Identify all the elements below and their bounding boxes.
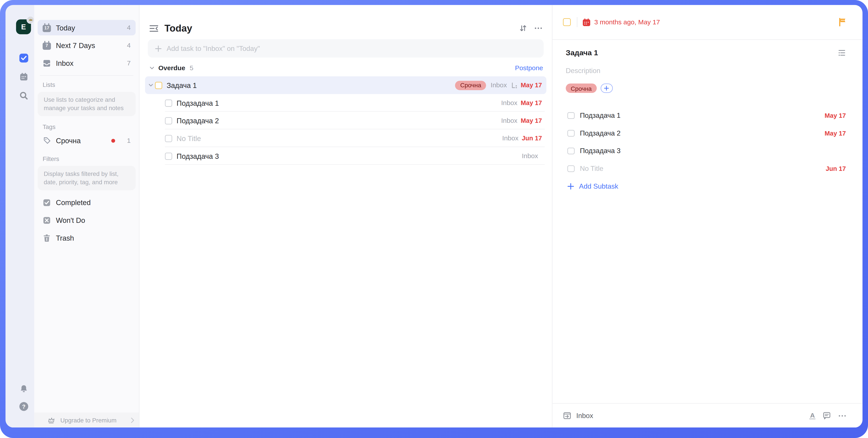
sidebar-item-trash[interactable]: Trash	[38, 230, 136, 246]
next7days-calendar-icon: 7	[42, 41, 51, 49]
subtasks-tree-icon	[510, 81, 518, 89]
collapse-sidebar-icon[interactable]	[150, 24, 158, 32]
sort-icon[interactable]	[519, 24, 527, 32]
main-header: Today	[148, 19, 544, 37]
tag-icon	[42, 136, 51, 145]
sidebar-item-wont-do[interactable]: Won't Do	[38, 212, 136, 228]
task-detail-panel: 3 months ago, May 17 Задача 1 Descriptio…	[552, 5, 863, 428]
task-title: Подзадача 3	[177, 152, 219, 160]
sidebar-item-label: Inbox	[56, 59, 73, 67]
detail-body: Задача 1 Description Срочна Подзадача 1 …	[552, 49, 862, 195]
screen: E 17 Today 4	[0, 0, 868, 438]
upgrade-label: Upgrade to Premium	[60, 417, 117, 423]
sidebar-item-today[interactable]: 17 Today 4	[38, 20, 136, 36]
letter-a-icon[interactable]	[809, 412, 815, 419]
due-date-calendar-icon[interactable]	[582, 18, 590, 26]
subtask-date: May 17	[825, 112, 846, 119]
completed-check-icon	[42, 198, 51, 207]
calendar-nav-icon[interactable]	[19, 72, 28, 81]
subtask-checkbox[interactable]	[567, 112, 575, 119]
sidebar-item-label: Today	[56, 24, 75, 32]
group-count: 5	[190, 64, 193, 72]
overdue-group-header[interactable]: Overdue 5 Postpone	[148, 63, 544, 73]
more-options-icon[interactable]	[534, 24, 542, 32]
page-title: Today	[164, 22, 192, 34]
due-date-text[interactable]: 3 months ago, May 17	[594, 18, 660, 26]
task-list-name: Inbox	[501, 99, 517, 107]
move-to-list-icon[interactable]	[563, 411, 571, 420]
more-options-icon[interactable]	[838, 412, 846, 419]
task-list-name: Inbox	[522, 152, 538, 160]
add-subtask-label: Add Subtask	[579, 182, 618, 190]
subtask-checkbox[interactable]	[567, 147, 575, 155]
sidebar-item-inbox[interactable]: Inbox 7	[38, 55, 136, 71]
header-divider	[577, 17, 577, 27]
task-row[interactable]: Подзадача 1 Inbox May 17	[145, 94, 547, 112]
task-checkbox[interactable]	[165, 153, 172, 160]
sidebar-item-count: 4	[127, 41, 131, 49]
task-row[interactable]: Задача 1 Срочна Inbox May 17	[145, 76, 547, 94]
task-row[interactable]: No Title Inbox Jun 17	[145, 129, 547, 147]
subtask-row[interactable]: Подзадача 3	[566, 142, 846, 160]
task-checkbox[interactable]	[165, 117, 172, 124]
sidebar-item-label: Next 7 Days	[56, 41, 95, 49]
inbox-icon	[42, 59, 51, 67]
priority-flag-icon[interactable]	[839, 18, 846, 27]
task-list-panel: Today Add task to "Inbox" on "Today"	[140, 5, 552, 428]
footer-list-name[interactable]: Inbox	[576, 412, 593, 419]
sidebar-item-label: Completed	[56, 198, 91, 207]
notifications-bell-icon[interactable]	[19, 384, 28, 393]
subtask-title: No Title	[580, 165, 603, 172]
tags-section-label: Tags	[38, 123, 136, 131]
sidebar: 17 Today 4 7 Next 7 Days 4 Inbox 7 Lists…	[34, 5, 140, 428]
add-subtask-button[interactable]: Add Subtask	[566, 177, 846, 195]
comment-icon[interactable]	[823, 411, 831, 420]
app-window: E 17 Today 4	[5, 5, 863, 428]
sidebar-item-label: Won't Do	[56, 216, 85, 224]
subtask-row[interactable]: No Title Jun 17	[566, 160, 846, 178]
upgrade-premium-banner[interactable]: Upgrade to Premium	[34, 412, 139, 428]
task-checkbox[interactable]	[165, 135, 172, 142]
subtask-title: Подзадача 2	[580, 129, 620, 137]
outline-list-icon[interactable]	[837, 49, 846, 57]
sidebar-item-completed[interactable]: Completed	[38, 195, 136, 210]
task-checkbox[interactable]	[165, 99, 172, 107]
subtask-checkbox[interactable]	[567, 165, 575, 172]
task-list-name: Inbox	[502, 134, 518, 142]
chevron-down-icon	[150, 66, 155, 70]
tasks-nav-icon[interactable]	[19, 54, 28, 63]
help-icon[interactable]	[19, 402, 28, 411]
task-row[interactable]: Подзадача 2 Inbox May 17	[145, 112, 547, 129]
sidebar-item-next-7-days[interactable]: 7 Next 7 Days 4	[38, 37, 136, 53]
subtask-row[interactable]: Подзадача 2 May 17	[566, 124, 846, 142]
plus-icon	[155, 45, 161, 52]
subtask-date: Jun 17	[826, 165, 846, 172]
tag-badge[interactable]: Срочна	[566, 83, 597, 93]
detail-task-title[interactable]: Задача 1	[566, 49, 598, 57]
description-placeholder[interactable]: Description	[566, 67, 846, 75]
add-task-placeholder: Add task to "Inbox" on "Today"	[166, 44, 260, 52]
detail-task-checkbox[interactable]	[563, 19, 570, 26]
search-icon[interactable]	[19, 91, 28, 100]
postpone-link[interactable]: Postpone	[515, 64, 543, 72]
task-checkbox[interactable]	[155, 81, 162, 89]
lists-section-label: Lists	[38, 81, 136, 89]
task-title: Подзадача 2	[177, 116, 219, 125]
subtask-row[interactable]: Подзадача 1 May 17	[566, 107, 846, 125]
add-task-input[interactable]: Add task to "Inbox" on "Today"	[148, 39, 544, 58]
subtask-checkbox[interactable]	[567, 130, 575, 137]
task-title: Задача 1	[166, 81, 197, 89]
tag-badge[interactable]: Срочна	[455, 80, 486, 90]
task-row[interactable]: Подзадача 3 Inbox	[145, 147, 547, 165]
sidebar-tag-item[interactable]: Срочна 1	[38, 133, 136, 148]
task-title: No Title	[177, 134, 201, 142]
task-due-date: May 17	[521, 82, 542, 89]
lists-placeholder-card[interactable]: Use lists to categorize and manage your …	[38, 92, 136, 116]
add-tag-button[interactable]	[600, 83, 613, 93]
task-due-date: May 17	[521, 100, 542, 106]
chevron-down-icon[interactable]	[148, 83, 153, 87]
subtask-title: Подзадача 3	[580, 147, 620, 155]
filters-placeholder-card[interactable]: Display tasks filtered by list, date, pr…	[38, 166, 136, 190]
subtask-date: May 17	[825, 130, 846, 137]
sidebar-divider	[40, 75, 133, 76]
